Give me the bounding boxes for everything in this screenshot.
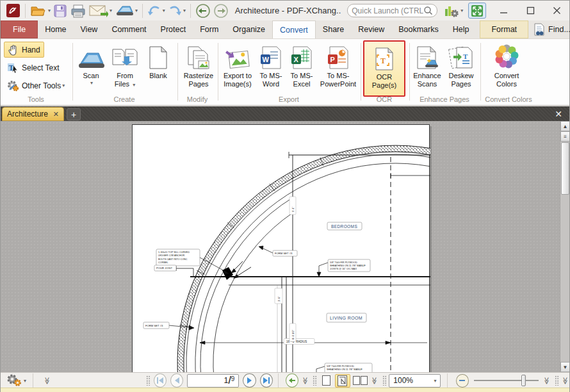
tab-file[interactable]: File xyxy=(1,20,38,38)
tab-share[interactable]: Share xyxy=(316,20,351,38)
group-divider xyxy=(72,43,73,101)
first-page-button[interactable] xyxy=(154,373,167,388)
tab-comment[interactable]: Comment xyxy=(104,20,153,38)
document-tab-architecture[interactable]: Architecture ✕ xyxy=(2,107,64,121)
dropdown-caret-icon[interactable]: ▾ xyxy=(48,8,51,13)
next-page-button[interactable] xyxy=(243,373,256,388)
select-text-button[interactable]: T Select Text xyxy=(4,60,62,76)
dropdown-caret-icon[interactable]: ▾ xyxy=(434,378,436,384)
scroll-down-button[interactable]: ▼ xyxy=(560,362,569,372)
previous-view-button[interactable] xyxy=(286,373,298,388)
dropdown-caret-icon[interactable]: ▾ xyxy=(183,8,186,13)
quick-launch-input[interactable] xyxy=(352,6,423,15)
toolbar-drag-handle[interactable] xyxy=(313,375,316,386)
layout-options-chevron[interactable]: ≫ xyxy=(370,377,379,385)
new-tab-button[interactable]: + xyxy=(67,108,81,120)
toolbar-drag-handle[interactable] xyxy=(382,375,386,386)
two-page-layout-button[interactable] xyxy=(352,374,369,388)
to-ms-excel-button[interactable]: X To MS-Excel xyxy=(286,40,317,97)
tab-protect[interactable]: Protect xyxy=(154,20,193,38)
zoom-options-chevron[interactable]: ≫ xyxy=(542,377,551,385)
view-history-chevron[interactable]: ≫ xyxy=(301,377,309,385)
convert-colors-button[interactable]: ConvertColors xyxy=(484,40,529,97)
other-tools-button[interactable]: Other Tools ▾ xyxy=(4,78,68,94)
undo-button[interactable]: ▾ xyxy=(146,3,167,19)
redo-button[interactable]: ▾ xyxy=(167,3,187,19)
zoom-slider-handle[interactable] xyxy=(521,375,526,386)
fit-page-layout-button[interactable] xyxy=(335,374,350,388)
gears-icon xyxy=(6,374,22,387)
zoom-out-button[interactable] xyxy=(456,374,468,388)
tab-form[interactable]: Form xyxy=(193,20,225,38)
toolbar-drag-handle[interactable] xyxy=(555,375,558,386)
email-button[interactable]: ▾ xyxy=(88,3,113,19)
group-caption-export: Export xyxy=(218,95,359,103)
close-button[interactable] xyxy=(548,3,566,19)
dropdown-caret-icon[interactable]: ▾ xyxy=(90,80,93,86)
close-tab-icon[interactable]: ✕ xyxy=(53,110,59,118)
single-page-layout-button[interactable] xyxy=(321,374,332,388)
toolbar-drag-handle[interactable] xyxy=(146,375,150,386)
group-divider xyxy=(177,43,178,101)
page-number-box[interactable]: / 9 xyxy=(187,374,239,388)
vertical-scrollbar[interactable]: ▲ ≡ ▼ xyxy=(560,121,569,372)
tab-format[interactable]: Format xyxy=(480,20,528,38)
preferences-button[interactable]: ▾ xyxy=(4,374,28,388)
quick-launch-box[interactable] xyxy=(347,4,437,17)
tab-convert[interactable]: Convert xyxy=(272,20,316,38)
document-area[interactable]: BEDROOMS LIVING ROOM 1-3/4x11 TOP SILL C… xyxy=(1,121,569,372)
maximize-button[interactable] xyxy=(521,3,539,19)
tab-bookmarks[interactable]: Bookmarks xyxy=(391,20,446,38)
group-divider xyxy=(480,43,481,101)
to-ms-powerpoint-button[interactable]: P To MS-PowerPoint xyxy=(318,40,358,97)
tab-home[interactable]: Home xyxy=(38,20,73,38)
print-button[interactable] xyxy=(69,3,88,19)
rasterize-pages-button[interactable]: RasterizePages xyxy=(180,40,217,97)
previous-page-button[interactable] xyxy=(170,373,183,388)
blank-button[interactable]: Blank xyxy=(143,40,174,97)
tab-review[interactable]: Review xyxy=(351,20,391,38)
customize-toolbars-button[interactable]: ▾ xyxy=(443,3,464,19)
dropdown-caret-icon[interactable]: ▾ xyxy=(62,83,65,88)
divider xyxy=(190,4,191,18)
ppt-label-2: PowerPoint xyxy=(320,80,356,88)
tab-organize[interactable]: Organize xyxy=(225,20,272,38)
enhance-scans-button[interactable]: EnhanceScans xyxy=(411,40,443,97)
zoom-slider[interactable] xyxy=(474,380,539,381)
export-to-images-button[interactable]: Export toImage(s) xyxy=(220,40,256,97)
close-document-button[interactable]: ✕ xyxy=(551,108,566,120)
corbel-note-line3: BOLTS CAST INTO CONC xyxy=(158,258,188,261)
forward-button[interactable] xyxy=(212,3,230,19)
scan-button-titlebar[interactable]: ▾ xyxy=(113,3,139,19)
fullscreen-button[interactable] xyxy=(468,3,486,19)
scrollbar-options-button[interactable]: ≡ xyxy=(560,131,569,142)
scroll-up-button[interactable]: ▲ xyxy=(560,121,569,131)
panel-options-chevron[interactable]: ≫ xyxy=(561,377,569,385)
tab-view[interactable]: View xyxy=(74,20,105,38)
zoom-level-combobox[interactable]: 100% ▾ xyxy=(389,374,441,388)
dropdown-caret-icon[interactable]: ▾ xyxy=(163,8,165,13)
dropdown-caret-icon[interactable]: ▾ xyxy=(110,8,112,13)
deskew-pages-button[interactable]: T DeskewPages xyxy=(444,40,478,97)
dropdown-caret-icon[interactable]: ▾ xyxy=(133,82,135,88)
from-files-button[interactable]: FromFiles ▾ xyxy=(108,40,142,97)
ocr-pages-button[interactable]: T OCRPage(s) xyxy=(363,40,405,97)
hand-tool-button[interactable]: Hand xyxy=(4,42,44,58)
minimize-button[interactable] xyxy=(495,3,512,19)
dropdown-caret-icon[interactable]: ▾ xyxy=(24,378,26,384)
find-button[interactable]: Find... xyxy=(528,21,570,38)
back-button[interactable] xyxy=(194,3,212,19)
dropdown-caret-icon[interactable]: ▾ xyxy=(135,8,138,13)
dropdown-caret-icon[interactable]: ▾ xyxy=(460,8,463,13)
open-file-button[interactable]: ▾ xyxy=(29,3,52,19)
page-number-input[interactable] xyxy=(199,376,228,385)
excel-icon: X xyxy=(291,45,313,70)
to-ms-word-button[interactable]: W To MS-Word xyxy=(257,40,285,97)
tab-help[interactable]: Help xyxy=(446,20,476,38)
scan-button[interactable]: Scan ▾ xyxy=(75,40,107,97)
expand-panel-chevron[interactable]: ≫ xyxy=(43,377,51,385)
last-page-button[interactable] xyxy=(260,373,273,388)
pdf-page[interactable]: BEDROOMS LIVING ROOM 1-3/4x11 TOP SILL C… xyxy=(132,124,430,372)
save-button[interactable] xyxy=(52,3,69,19)
scrollbar-thumb[interactable] xyxy=(561,142,569,195)
